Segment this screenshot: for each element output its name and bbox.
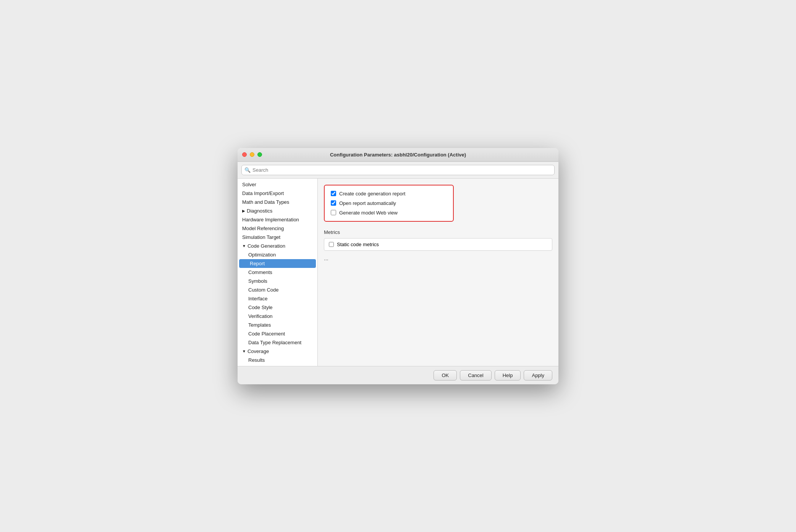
generate-web-view-row: Generate model Web view (331, 210, 447, 216)
sidebar-item-coverage[interactable]: ▼ Coverage (238, 347, 317, 356)
search-icon: 🔍 (244, 167, 251, 173)
footer: OK Cancel Help Apply (238, 366, 558, 384)
sidebar-item-math-and-data-types[interactable]: Math and Data Types (238, 198, 317, 206)
sidebar-item-templates[interactable]: Templates (238, 321, 317, 329)
create-report-row: Create code generation report (331, 191, 447, 197)
static-code-metrics-checkbox[interactable] (329, 242, 334, 247)
sidebar-item-code-generation[interactable]: ▼ Code Generation (238, 242, 317, 250)
metrics-label: Metrics (324, 229, 552, 235)
sidebar-item-custom-code[interactable]: Custom Code (238, 285, 317, 294)
chevron-right-icon: ▶ (242, 209, 245, 213)
open-report-row: Open report automatically (331, 200, 447, 206)
sidebar-item-hardware-implementation[interactable]: Hardware Implementation (238, 215, 317, 224)
titlebar: Configuration Parameters: asbhl20/Config… (238, 148, 558, 162)
window-title: Configuration Parameters: asbhl20/Config… (330, 152, 466, 158)
sidebar-item-data-import-export[interactable]: Data Import/Export (238, 189, 317, 198)
traffic-lights (242, 152, 262, 157)
sidebar-item-interface[interactable]: Interface (238, 294, 317, 303)
search-wrapper: 🔍 (241, 165, 555, 175)
sidebar-item-comments[interactable]: Comments (238, 268, 317, 277)
ellipsis: ... (324, 255, 552, 261)
open-report-label: Open report automatically (339, 200, 396, 206)
search-bar: 🔍 (238, 162, 558, 179)
sidebar-item-report[interactable]: Report (239, 259, 316, 268)
sidebar: Solver Data Import/Export Math and Data … (238, 179, 318, 366)
help-button[interactable]: Help (495, 370, 521, 380)
close-button[interactable] (242, 152, 247, 157)
search-input[interactable] (241, 165, 555, 175)
minimize-button[interactable] (250, 152, 254, 157)
sidebar-item-verification[interactable]: Verification (238, 312, 317, 321)
sidebar-item-model-referencing[interactable]: Model Referencing (238, 224, 317, 233)
sidebar-item-simulation-target[interactable]: Simulation Target (238, 233, 317, 242)
sidebar-item-solver[interactable]: Solver (238, 180, 317, 189)
sidebar-item-symbols[interactable]: Symbols (238, 277, 317, 285)
sidebar-item-code-style[interactable]: Code Style (238, 303, 317, 312)
content-area: Create code generation report Open repor… (318, 179, 558, 366)
generate-web-view-label: Generate model Web view (339, 210, 398, 216)
metrics-box: Static code metrics (324, 238, 552, 251)
main-content: Solver Data Import/Export Math and Data … (238, 179, 558, 366)
generate-web-view-checkbox[interactable] (331, 210, 336, 215)
apply-button[interactable]: Apply (524, 370, 552, 380)
report-options-box: Create code generation report Open repor… (324, 185, 454, 222)
create-report-checkbox[interactable] (331, 191, 336, 196)
sidebar-item-code-placement[interactable]: Code Placement (238, 329, 317, 338)
open-report-checkbox[interactable] (331, 200, 336, 206)
metrics-section: Metrics Static code metrics (324, 229, 552, 251)
sidebar-item-data-type-replacement[interactable]: Data Type Replacement (238, 338, 317, 347)
chevron-down-icon-2: ▼ (242, 349, 246, 353)
static-code-metrics-label: Static code metrics (337, 242, 379, 247)
sidebar-item-optimization[interactable]: Optimization (238, 250, 317, 259)
main-window: Configuration Parameters: asbhl20/Config… (238, 148, 558, 384)
sidebar-item-results[interactable]: Results (238, 356, 317, 364)
maximize-button[interactable] (257, 152, 262, 157)
sidebar-item-diagnostics[interactable]: ▶ Diagnostics (238, 206, 317, 215)
create-report-label: Create code generation report (339, 191, 405, 197)
chevron-down-icon: ▼ (242, 244, 246, 248)
cancel-button[interactable]: Cancel (460, 370, 491, 380)
ok-button[interactable]: OK (434, 370, 457, 380)
